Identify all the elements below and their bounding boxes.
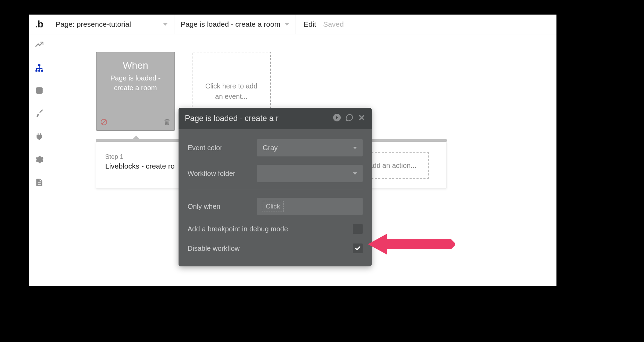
design-icon[interactable] (35, 41, 44, 50)
saved-status: Saved (323, 20, 344, 28)
data-icon[interactable] (35, 86, 44, 95)
event-color-select[interactable]: Gray (257, 139, 363, 156)
logo[interactable]: .b (29, 15, 49, 34)
row-breakpoint: Add a breakpoint in debug mode (188, 219, 363, 239)
popup-header[interactable]: Page is loaded - create a r (179, 108, 372, 129)
event-when-label: When (101, 60, 170, 71)
workflow-folder-select[interactable] (257, 165, 363, 182)
svg-rect-0 (38, 64, 40, 66)
workflow-dropdown[interactable]: Page is loaded - create a room (174, 15, 296, 34)
event-footer-icons (97, 118, 174, 127)
row-event-color: Event color Gray (188, 135, 363, 161)
popup-body: Event color Gray Workflow folder (179, 129, 372, 266)
sidebar (29, 34, 49, 286)
disable-workflow-checkbox[interactable] (353, 243, 363, 253)
popup-title: Page is loaded - create a r (185, 114, 279, 123)
event-color-value: Gray (263, 144, 278, 152)
chevron-down-icon (284, 23, 289, 26)
divider (188, 190, 363, 190)
breakpoint-label: Add a breakpoint in debug mode (188, 225, 288, 233)
svg-marker-8 (368, 234, 455, 255)
plugins-icon[interactable] (35, 132, 44, 141)
trash-icon[interactable] (163, 118, 171, 127)
breakpoint-checkbox[interactable] (353, 224, 363, 234)
page-dropdown[interactable]: Page: presence-tutorial (49, 15, 174, 34)
workflow-folder-label: Workflow folder (188, 170, 257, 178)
event-card-selected[interactable]: When Page is loaded - create a room (96, 52, 175, 131)
svg-rect-1 (35, 70, 37, 71)
svg-rect-3 (41, 70, 43, 71)
event-desc: Page is loaded - create a room (101, 73, 170, 93)
edit-save-cell: Edit Saved (296, 15, 352, 34)
chevron-down-icon (163, 23, 168, 26)
workflow-canvas: When Page is loaded - create a room Clic… (49, 34, 556, 286)
styles-icon[interactable] (35, 109, 44, 118)
svg-rect-2 (38, 70, 40, 71)
step-title: Liveblocks - create ro (105, 162, 175, 170)
popup-header-icons (333, 113, 365, 123)
settings-icon[interactable] (35, 155, 44, 164)
disabled-icon (100, 118, 108, 127)
row-only-when: Only when Click (188, 194, 363, 219)
row-disable-workflow: Disable workflow (188, 239, 363, 258)
disable-workflow-label: Disable workflow (188, 245, 240, 253)
topbar: .b Page: presence-tutorial Page is loade… (29, 15, 556, 34)
only-when-placeholder: Click (262, 201, 284, 212)
row-workflow-folder: Workflow folder (188, 161, 363, 186)
main-area: When Page is loaded - create a room Clic… (29, 34, 556, 286)
comment-icon[interactable] (345, 113, 354, 123)
app-frame: .b Page: presence-tutorial Page is loade… (29, 15, 556, 286)
page-dropdown-label: Page: presence-tutorial (56, 20, 131, 28)
logo-text: .b (35, 19, 43, 30)
play-icon[interactable] (333, 113, 341, 123)
workflow-dropdown-label: Page is loaded - create a room (181, 20, 280, 28)
step-text[interactable]: Step 1 Liveblocks - create ro (105, 153, 175, 170)
only-when-label: Only when (188, 203, 257, 211)
chevron-down-icon (353, 147, 357, 149)
workflow-icon[interactable] (35, 63, 44, 72)
svg-line-6 (102, 120, 106, 124)
add-event-label: Click here to add an event... (202, 81, 261, 102)
event-properties-popup: Page is loaded - create a r (179, 108, 372, 266)
only-when-input[interactable]: Click (257, 198, 363, 215)
edit-button[interactable]: Edit (304, 20, 316, 28)
step-number: Step 1 (105, 153, 175, 161)
logs-icon[interactable] (35, 178, 44, 187)
event-color-label: Event color (188, 144, 257, 152)
close-icon[interactable] (358, 114, 365, 123)
chevron-down-icon (353, 172, 357, 175)
annotation-arrow (368, 231, 458, 276)
